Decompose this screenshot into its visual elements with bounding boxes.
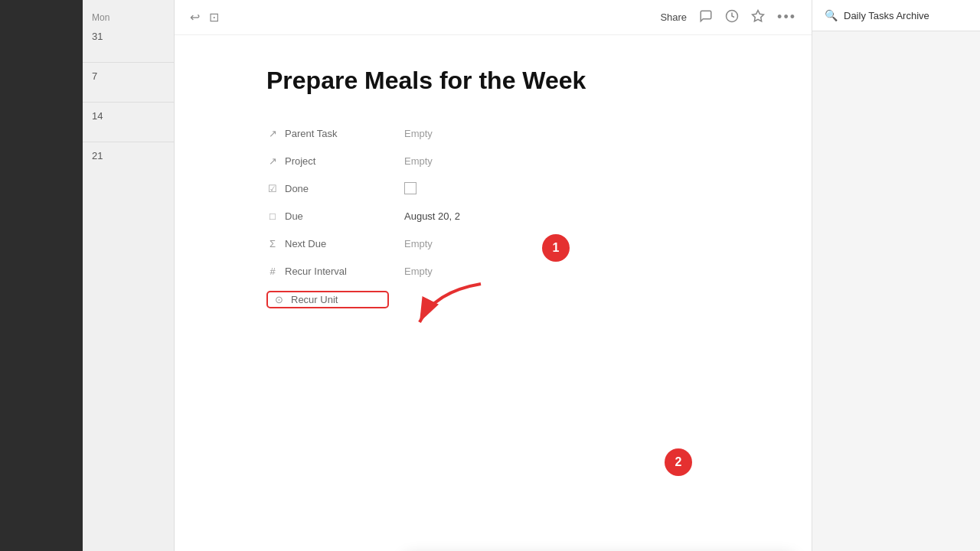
svg-marker-1 xyxy=(753,10,764,21)
cal-day-7: 7 xyxy=(83,67,174,97)
done-icon: ☑ xyxy=(266,183,279,194)
more-icon[interactable]: ••• xyxy=(777,9,796,25)
recur-interval-label: Recur Interval xyxy=(285,266,347,277)
recur-interval-value[interactable]: Empty xyxy=(404,266,433,277)
field-project: ↗ Project Empty xyxy=(266,147,766,174)
task-title: Prepare Meals for the Week xyxy=(266,66,766,95)
annotation-badge-2: 2 xyxy=(665,448,692,476)
field-recur-unit: ⊙ Recur Unit Day(s) × Select an option o… xyxy=(266,285,766,315)
right-panel-header: 🔍 Daily Tasks Archive xyxy=(812,0,980,31)
undo-icon[interactable]: ↩ xyxy=(190,10,200,24)
star-icon[interactable] xyxy=(751,9,765,26)
project-label: Project xyxy=(285,155,315,167)
right-panel-title: Daily Tasks Archive xyxy=(844,10,929,21)
next-due-icon: Σ xyxy=(266,238,279,249)
calendar-area: Mon 31 7 14 21 xyxy=(83,0,175,551)
layout-icon[interactable]: ⊡ xyxy=(209,10,219,24)
toolbar: ↩ ⊡ Share ••• xyxy=(175,0,812,35)
right-panel: 🔍 Daily Tasks Archive xyxy=(812,0,980,551)
cal-day-21: 21 xyxy=(83,147,174,177)
right-panel-search-icon: 🔍 xyxy=(825,9,838,21)
project-icon: ↗ xyxy=(266,155,279,167)
field-days-only: ≡ Days (Only if Set t... xyxy=(266,544,766,551)
recur-unit-label: Recur Unit xyxy=(291,294,338,305)
due-label: Due xyxy=(285,210,303,222)
cal-day-14: 14 xyxy=(83,107,174,137)
recur-interval-icon: # xyxy=(266,266,279,277)
next-due-value[interactable]: Empty xyxy=(404,238,433,249)
recur-unit-icon: ⊙ xyxy=(273,294,285,305)
due-value[interactable]: August 20, 2 xyxy=(404,210,460,222)
cal-day-mon: Mon xyxy=(83,8,174,28)
parent-task-icon: ↗ xyxy=(266,128,279,139)
field-done: ☑ Done xyxy=(266,174,766,202)
task-area: 1 Prepare Meals for the Week ↗ Parent Ta… xyxy=(175,35,812,551)
field-recur-interval: # Recur Interval Empty xyxy=(266,257,766,285)
due-icon: □ xyxy=(266,210,279,222)
comment-icon[interactable] xyxy=(699,9,713,26)
share-button[interactable]: Share xyxy=(660,11,687,23)
project-value[interactable]: Empty xyxy=(404,155,433,167)
next-due-label: Next Due xyxy=(285,238,326,249)
left-sidebar xyxy=(0,0,83,551)
parent-task-value[interactable]: Empty xyxy=(404,128,433,139)
field-parent-task: ↗ Parent Task Empty xyxy=(266,119,766,147)
field-next-due: Σ Next Due Empty xyxy=(266,230,766,257)
field-due: □ Due August 20, 2 xyxy=(266,202,766,230)
cal-day-31: 31 xyxy=(83,28,174,57)
history-icon[interactable] xyxy=(725,9,739,26)
parent-task-label: Parent Task xyxy=(285,128,337,139)
main-content: ↩ ⊡ Share ••• 1 xyxy=(175,0,812,551)
annotation-badge-1: 1 xyxy=(542,234,570,262)
done-checkbox[interactable] xyxy=(404,182,416,194)
done-label: Done xyxy=(285,183,309,194)
